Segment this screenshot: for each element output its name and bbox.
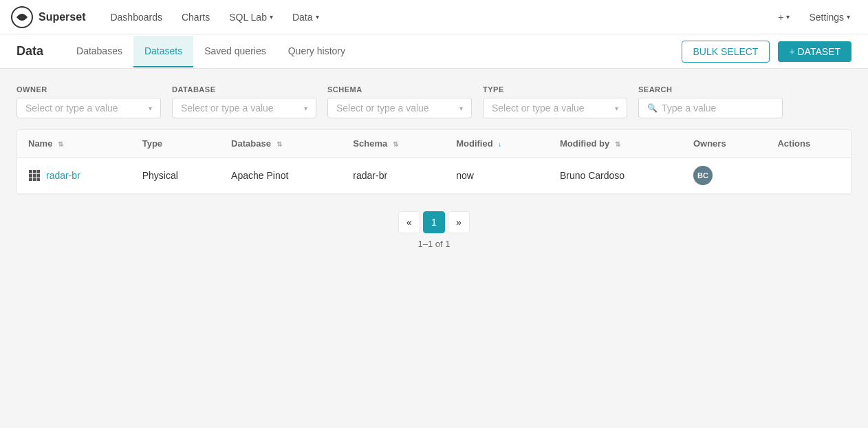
modified-sort-icon: ↓ (498, 140, 501, 148)
schema-select[interactable]: Select or type a value ▾ (327, 98, 472, 118)
nav-sqllab[interactable]: SQL Lab ▾ (221, 6, 281, 28)
pagination-container: « 1 » 1–1 of 1 (17, 211, 851, 249)
dataset-name-link[interactable]: radar-br (46, 170, 80, 181)
type-select-value: Select or type a value (492, 103, 585, 114)
search-input[interactable] (662, 103, 774, 114)
schema-label: SCHEMA (327, 85, 472, 94)
database-filter: DATABASE Select or type a value ▾ (172, 85, 316, 118)
col-type: Type (131, 130, 220, 158)
type-label: TYPE (483, 85, 627, 94)
row-schema-cell: radar-br (342, 158, 445, 194)
tab-query-history[interactable]: Query history (277, 36, 356, 67)
superset-logo-icon (11, 6, 33, 28)
database-label: DATABASE (172, 85, 316, 94)
pagination: « 1 » (398, 211, 470, 233)
svg-rect-5 (33, 174, 36, 178)
sqllab-dropdown-icon: ▾ (270, 13, 273, 21)
add-dataset-button[interactable]: + DATASET (778, 41, 851, 62)
col-modified-by[interactable]: Modified by ⇅ (549, 130, 682, 158)
svg-rect-8 (33, 178, 36, 181)
col-database[interactable]: Database ⇅ (220, 130, 342, 158)
owner-avatar: BC (693, 166, 713, 185)
database-select-value: Select or type a value (181, 103, 274, 114)
schema-chevron-icon: ▾ (459, 105, 463, 112)
type-filter: TYPE Select or type a value ▾ (483, 85, 627, 118)
plus-dropdown-icon: ▾ (786, 13, 790, 21)
datasets-table: Name ⇅ Type Database ⇅ Schema ⇅ (17, 129, 851, 195)
tab-saved-queries[interactable]: Saved queries (193, 36, 277, 67)
logo[interactable]: Superset (11, 6, 85, 28)
owner-chevron-icon: ▾ (149, 105, 152, 112)
col-owners: Owners (682, 130, 767, 158)
dataset-name-container: radar-br (28, 169, 120, 182)
row-name-cell: radar-br (17, 158, 131, 194)
svg-rect-1 (29, 170, 32, 173)
search-label: SEARCH (638, 85, 783, 94)
modified-by-sort-icon: ⇅ (615, 140, 620, 148)
page-title: Data (17, 44, 43, 58)
row-owners-cell: BC (682, 158, 767, 194)
col-actions: Actions (766, 130, 851, 158)
prev-page-button[interactable]: « (398, 211, 420, 233)
svg-rect-2 (33, 170, 36, 173)
database-sort-icon: ⇅ (276, 140, 282, 148)
col-schema[interactable]: Schema ⇅ (342, 130, 445, 158)
nav-right: + ▾ Settings ▾ (771, 8, 857, 27)
database-chevron-icon: ▾ (304, 105, 307, 112)
schema-sort-icon: ⇅ (393, 140, 398, 148)
database-select[interactable]: Select or type a value ▾ (172, 98, 316, 118)
owner-select[interactable]: Select or type a value ▾ (17, 98, 161, 118)
data-dropdown-icon: ▾ (316, 13, 319, 21)
svg-rect-3 (37, 170, 40, 173)
svg-rect-4 (29, 174, 32, 178)
col-modified[interactable]: Modified ↓ (445, 130, 549, 158)
svg-rect-7 (29, 178, 32, 181)
col-name[interactable]: Name ⇅ (17, 130, 131, 158)
owner-select-value: Select or type a value (25, 103, 118, 114)
row-database-cell: Apache Pinot (220, 158, 342, 194)
settings-button[interactable]: Settings ▾ (802, 8, 857, 27)
plus-button[interactable]: + ▾ (771, 8, 796, 27)
type-chevron-icon: ▾ (615, 105, 618, 112)
search-input-wrap: 🔍 (638, 98, 783, 118)
type-select[interactable]: Select or type a value ▾ (483, 98, 627, 118)
filters-row: OWNER Select or type a value ▾ DATABASE … (17, 85, 851, 118)
next-page-button[interactable]: » (448, 211, 470, 233)
schema-select-value: Select or type a value (336, 103, 429, 114)
sub-navigation: Data Databases Datasets Saved queries Qu… (0, 34, 868, 69)
pagination-info: 1–1 of 1 (418, 239, 451, 249)
row-modified-cell: now (445, 158, 549, 194)
nav-dashboards[interactable]: Dashboards (102, 6, 171, 28)
subnav-tabs: Databases Datasets Saved queries Query h… (65, 36, 681, 67)
name-sort-icon: ⇅ (58, 140, 63, 148)
row-modified-by-cell: Bruno Cardoso (549, 158, 682, 194)
logo-text: Superset (39, 11, 85, 23)
dataset-grid-icon (28, 169, 41, 182)
schema-filter: SCHEMA Select or type a value ▾ (327, 85, 472, 118)
page-1-button[interactable]: 1 (423, 211, 445, 233)
nav-data[interactable]: Data ▾ (284, 6, 327, 28)
bulk-select-button[interactable]: BULK SELECT (682, 41, 770, 63)
tab-databases[interactable]: Databases (65, 36, 133, 67)
main-content: OWNER Select or type a value ▾ DATABASE … (0, 69, 868, 266)
svg-rect-6 (37, 174, 40, 178)
settings-dropdown-icon: ▾ (847, 13, 850, 21)
owner-label: OWNER (17, 85, 161, 94)
svg-rect-9 (37, 178, 40, 181)
owner-filter: OWNER Select or type a value ▾ (17, 85, 161, 118)
row-type-cell: Physical (131, 158, 220, 194)
tab-datasets[interactable]: Datasets (133, 36, 193, 67)
table-row: radar-br Physical Apache Pinot radar-br … (17, 158, 851, 194)
nav-charts[interactable]: Charts (173, 6, 218, 28)
row-actions-cell (766, 158, 851, 194)
search-icon: 🔍 (647, 103, 658, 113)
table-header-row: Name ⇅ Type Database ⇅ Schema ⇅ (17, 130, 851, 158)
subnav-actions: BULK SELECT + DATASET (682, 41, 852, 63)
top-navigation: Superset Dashboards Charts SQL Lab ▾ Dat… (0, 0, 868, 34)
search-filter: SEARCH 🔍 (638, 85, 783, 118)
nav-links: Dashboards Charts SQL Lab ▾ Data ▾ (102, 6, 771, 28)
